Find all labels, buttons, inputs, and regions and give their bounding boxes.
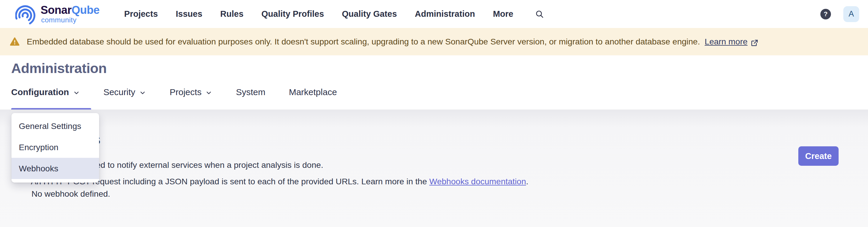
line2-suffix: . — [526, 177, 528, 186]
brand-qube: Qube — [71, 4, 99, 16]
avatar-initial: A — [848, 9, 854, 19]
logo-wordmark: SonarQube community — [40, 4, 99, 24]
nav-more[interactable]: More — [493, 9, 513, 19]
sonarqube-logo[interactable]: SonarQube community — [15, 3, 99, 25]
learn-more-link[interactable]: Learn more — [705, 37, 748, 47]
sonar-waves-icon — [15, 3, 36, 25]
tab-system[interactable]: System — [236, 87, 265, 97]
menu-item-webhooks[interactable]: Webhooks — [11, 158, 99, 179]
topbar-right: ? A — [820, 0, 859, 28]
no-webhook-message: No webhook defined. — [31, 189, 110, 199]
nav-projects[interactable]: Projects — [124, 9, 158, 19]
tab-marketplace[interactable]: Marketplace — [289, 87, 337, 97]
nav-issues[interactable]: Issues — [176, 9, 202, 19]
configuration-dropdown-menu: General Settings Encryption Webhooks — [11, 113, 99, 182]
sonarqube-admin-page: SonarQube community Projects Issues Rule… — [0, 0, 868, 227]
main-nav: Projects Issues Rules Quality Profiles Q… — [124, 9, 513, 19]
brand-sonar: Sonar — [40, 4, 71, 16]
nav-administration[interactable]: Administration — [415, 9, 475, 19]
chevron-down-icon — [73, 89, 80, 96]
banner-message: Embedded database should be used for eva… — [27, 37, 700, 47]
nav-quality-gates[interactable]: Quality Gates — [342, 9, 397, 19]
nav-quality-profiles[interactable]: Quality Profiles — [261, 9, 324, 19]
embedded-db-warning-banner: Embedded database should be used for eva… — [0, 28, 868, 55]
page-title: Administration — [11, 60, 107, 76]
avatar[interactable]: A — [843, 6, 859, 22]
webhooks-description-line2: An HTTP POST request including a JSON pa… — [31, 177, 528, 187]
tab-configuration[interactable]: Configuration — [11, 87, 80, 97]
webhooks-content: Webhooks Webhooks are used to notify ext… — [0, 110, 868, 227]
brand-edition: community — [41, 17, 99, 24]
help-icon: ? — [824, 10, 828, 18]
tab-security[interactable]: Security — [103, 87, 146, 97]
warning-icon — [10, 37, 20, 46]
top-navbar: SonarQube community Projects Issues Rule… — [0, 0, 868, 28]
menu-item-general-settings[interactable]: General Settings — [11, 115, 99, 137]
help-button[interactable]: ? — [820, 9, 831, 20]
search-icon — [535, 9, 544, 19]
chevron-down-icon — [139, 89, 146, 96]
create-webhook-button[interactable]: Create — [798, 146, 839, 166]
webhooks-documentation-link[interactable]: Webhooks documentation — [429, 177, 526, 186]
nav-rules[interactable]: Rules — [220, 9, 244, 19]
tab-projects[interactable]: Projects — [170, 87, 212, 97]
admin-header-band: Administration Configuration Security Pr… — [0, 55, 868, 110]
search-button[interactable] — [534, 8, 545, 20]
admin-tabs: Configuration Security Projects System — [11, 87, 337, 97]
menu-item-encryption[interactable]: Encryption — [11, 137, 99, 158]
chevron-down-icon — [205, 89, 212, 96]
external-link-icon — [750, 39, 758, 47]
